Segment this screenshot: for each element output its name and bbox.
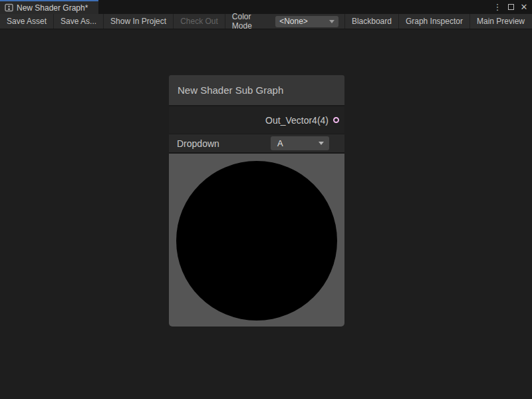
check-out-button: Check Out [174, 14, 225, 29]
color-mode-label: Color Mode [225, 14, 275, 29]
dropdown-selected-value: A [277, 138, 283, 148]
main-preview-toggle-button[interactable]: Main Preview [469, 14, 532, 29]
toolbar-right-group: Color Mode <None> Blackboard Graph Inspe… [225, 14, 532, 29]
color-mode-dropdown[interactable]: <None> [275, 16, 338, 27]
sub-graph-output-node[interactable]: New Shader Sub Graph Out_Vector4(4) Drop… [169, 75, 344, 327]
node-output-row: Out_Vector4(4) [169, 106, 344, 134]
blackboard-toggle-button[interactable]: Blackboard [344, 14, 398, 29]
graph-toolbar: Save Asset Save As... Show In Project Ch… [0, 14, 532, 29]
shader-graph-asset-icon [5, 3, 13, 12]
maximize-icon[interactable] [505, 2, 516, 13]
node-title-bar[interactable]: New Shader Sub Graph [169, 75, 344, 106]
node-title: New Shader Sub Graph [178, 84, 283, 96]
dropdown-value-select[interactable]: A [271, 136, 329, 150]
tab-new-shader-graph[interactable]: New Shader Graph* [0, 0, 98, 14]
dropdown-property-label: Dropdown [177, 138, 219, 149]
show-in-project-button[interactable]: Show In Project [104, 14, 174, 29]
node-preview-area [169, 154, 344, 327]
output-port[interactable] [333, 117, 339, 123]
window-controls: ⋮ ✕ [492, 0, 529, 14]
preview-sphere [176, 161, 337, 321]
save-as-button[interactable]: Save As... [54, 14, 104, 29]
tab-title: New Shader Graph* [17, 3, 88, 13]
output-port-label: Out_Vector4(4) [265, 115, 329, 126]
node-dropdown-row: Dropdown A [169, 134, 344, 154]
close-icon[interactable]: ✕ [519, 2, 529, 13]
chevron-down-icon [319, 142, 324, 145]
save-asset-button[interactable]: Save Asset [0, 14, 54, 29]
graph-canvas[interactable]: New Shader Sub Graph Out_Vector4(4) Drop… [0, 29, 532, 399]
graph-inspector-toggle-button[interactable]: Graph Inspector [398, 14, 469, 29]
window-menu-icon[interactable]: ⋮ [492, 2, 503, 13]
shader-graph-window: New Shader Graph* ⋮ ✕ Save Asset Save As… [0, 0, 532, 399]
chevron-down-icon [329, 20, 334, 23]
color-mode-value: <None> [279, 17, 308, 26]
